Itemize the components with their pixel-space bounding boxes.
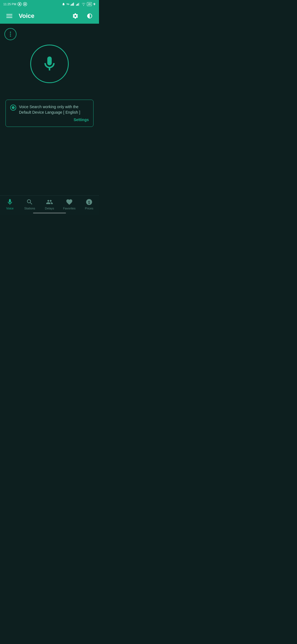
vertical-dots-icon	[10, 32, 11, 37]
heart-nav-icon	[66, 198, 73, 206]
media-icon	[17, 2, 22, 6]
stations-nav-icon	[26, 198, 33, 206]
settings-link-container: Settings	[10, 117, 89, 122]
nav-item-stations[interactable]: Stations	[20, 198, 40, 210]
nav-item-favorites[interactable]: Favorites	[59, 198, 79, 210]
status-right: Yo 28	[62, 2, 96, 6]
theme-button[interactable]	[85, 11, 95, 21]
info-symbol	[12, 106, 15, 109]
time-display: 11:25 PM	[3, 2, 16, 6]
info-message: Voice Search working only with the Defau…	[19, 104, 89, 115]
microphone-container	[4, 45, 95, 83]
info-box-row: Voice Search working only with the Defau…	[10, 104, 89, 115]
favorites-nav-label: Favorites	[63, 207, 75, 210]
svg-point-3	[24, 3, 26, 5]
microphone-button[interactable]	[30, 45, 69, 83]
wifi-icon	[81, 2, 86, 6]
mic-nav-icon	[6, 198, 13, 206]
svg-rect-4	[71, 5, 71, 6]
favorites-nav-icon	[66, 198, 73, 206]
settings-button[interactable]	[70, 11, 80, 21]
signal-bars-2	[76, 2, 80, 6]
svg-rect-11	[79, 2, 79, 6]
hamburger-icon	[6, 14, 12, 18]
delays-nav-icon	[46, 198, 53, 206]
bottom-nav: Voice Stations Delays Favorites	[0, 195, 99, 215]
alarm-icon	[62, 2, 65, 6]
svg-rect-5	[72, 4, 72, 6]
settings-link[interactable]: Settings	[74, 118, 89, 122]
signal-bars-1	[70, 2, 75, 6]
svg-point-1	[19, 3, 20, 5]
brightness-icon	[86, 13, 93, 19]
volte-indicator: Yo	[66, 3, 69, 6]
app-bar-left: Voice	[4, 11, 34, 21]
nav-item-prices[interactable]: Prices	[79, 198, 99, 210]
svg-rect-8	[76, 5, 77, 6]
voice-nav-icon	[6, 198, 13, 206]
battery-indicator: 28	[87, 2, 92, 6]
svg-rect-7	[73, 2, 74, 6]
svg-rect-10	[78, 3, 78, 6]
voice-nav-label: Voice	[6, 207, 14, 210]
prices-nav-icon	[86, 198, 93, 206]
nav-item-delays[interactable]: Delays	[40, 198, 59, 210]
media-icon-2	[23, 2, 27, 6]
status-bar: 11:25 PM Yo	[0, 0, 99, 8]
stations-nav-label: Stations	[24, 207, 35, 210]
prices-nav-label: Prices	[85, 207, 94, 210]
search-nav-icon	[26, 198, 33, 206]
settings-icon	[72, 13, 79, 19]
menu-button[interactable]	[4, 11, 14, 21]
home-indicator	[33, 212, 66, 214]
charging-icon	[93, 2, 96, 6]
svg-rect-6	[72, 3, 73, 6]
more-options-button[interactable]	[4, 28, 16, 40]
app-bar: Voice	[0, 8, 99, 24]
microphone-icon	[41, 55, 58, 73]
status-left: 11:25 PM	[3, 2, 27, 6]
delays-nav-label: Delays	[45, 207, 54, 210]
svg-rect-9	[77, 4, 78, 6]
main-content: Voice Search working only with the Defau…	[0, 24, 99, 195]
nav-item-voice[interactable]: Voice	[0, 198, 20, 210]
group-nav-icon	[46, 198, 53, 206]
app-title: Voice	[19, 12, 34, 20]
app-bar-right	[70, 11, 95, 21]
info-icon	[10, 105, 16, 111]
dollar-nav-icon	[86, 198, 93, 206]
info-box: Voice Search working only with the Defau…	[6, 100, 94, 127]
